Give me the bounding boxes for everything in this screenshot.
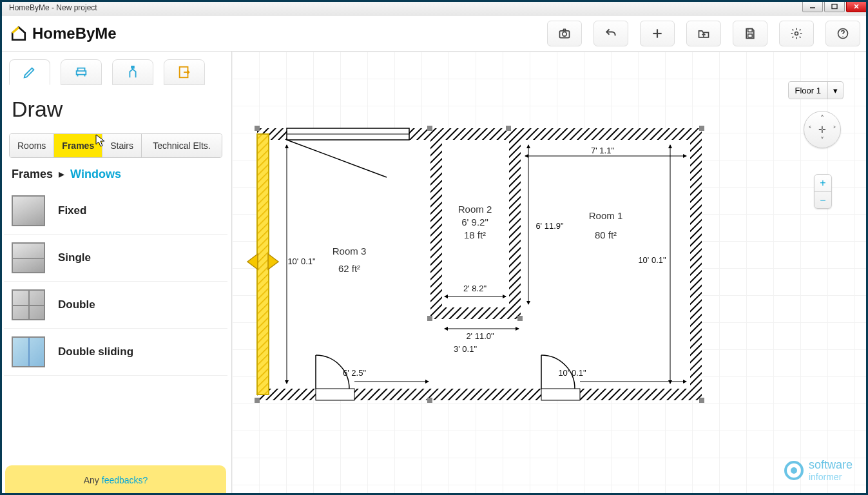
item-double-sliding[interactable]: Double sliding <box>4 329 227 376</box>
mode-tab-furnish[interactable] <box>61 59 102 85</box>
chevron-down-icon: ▾ <box>827 82 843 99</box>
watermark-icon <box>784 461 804 480</box>
dim-door-r1: 10' 0.1" <box>558 368 586 378</box>
item-single[interactable]: Single <box>4 235 227 282</box>
zoom-control: + − <box>814 174 832 209</box>
svg-rect-23 <box>430 307 521 319</box>
mode-tab-export[interactable] <box>164 59 205 85</box>
svg-rect-28 <box>316 389 354 400</box>
window-title: HomeByMe - New project <box>9 3 97 12</box>
item-label: Double <box>58 298 95 311</box>
breadcrumb-sep: ▸ <box>59 168 64 180</box>
room1-area: 80 ft² <box>595 229 617 240</box>
svg-point-10 <box>795 32 798 35</box>
zoom-in-button[interactable]: + <box>815 175 831 191</box>
app-toolbar: HomeByMe <box>0 15 868 52</box>
svg-rect-30 <box>541 389 580 400</box>
svg-rect-22 <box>509 128 521 319</box>
item-list: Fixed Single Double Double sliding <box>0 185 231 378</box>
pan-control[interactable]: ˄ ˅ ˂ ˃ ✛ <box>804 111 841 148</box>
floor-label: Floor 1 <box>789 86 827 95</box>
dim-mid2: 3' 0.1" <box>454 344 477 354</box>
settings-button[interactable] <box>779 21 814 46</box>
svg-rect-47 <box>427 316 432 321</box>
mode-tabs <box>0 52 231 85</box>
feedback-prefix: Any <box>84 475 99 485</box>
feedback-bar[interactable]: Any feedbacks? <box>5 465 226 495</box>
pan-center[interactable]: ✛ <box>818 124 826 135</box>
svg-rect-42 <box>506 126 511 131</box>
section-title: Draw <box>0 85 231 128</box>
breadcrumb-root[interactable]: Frames <box>12 168 53 180</box>
svg-rect-40 <box>255 126 260 131</box>
pan-right[interactable]: ˃ <box>833 125 836 134</box>
item-label: Double sliding <box>58 345 133 358</box>
item-label: Fixed <box>58 204 86 217</box>
window-close-button[interactable] <box>846 1 867 12</box>
item-double[interactable]: Double <box>4 282 227 329</box>
item-fixed[interactable]: Fixed <box>4 188 227 235</box>
mode-tab-draw[interactable] <box>9 59 50 85</box>
snapshot-button[interactable] <box>547 21 582 46</box>
dim-r2-bottom: 2' 8.2" <box>463 284 487 293</box>
svg-rect-1 <box>832 5 837 9</box>
selected-wall[interactable] <box>257 134 269 394</box>
svg-rect-9 <box>748 34 753 37</box>
feedback-link[interactable]: feedbacks? <box>102 475 148 485</box>
save-button[interactable] <box>733 21 767 46</box>
svg-point-5 <box>563 32 567 36</box>
room2-area: 18 ft² <box>464 229 486 240</box>
room2-width: 6' 9.2" <box>461 217 488 228</box>
svg-rect-44 <box>255 398 260 403</box>
room1-label: Room 1 <box>589 210 623 221</box>
room3-label: Room 3 <box>333 246 367 257</box>
svg-point-12 <box>842 36 843 37</box>
category-tabs: Rooms Frames Stairs Technical Elts. <box>9 133 222 158</box>
help-button[interactable] <box>825 21 860 46</box>
room3-area: 62 ft² <box>338 263 360 274</box>
zoom-out-button[interactable]: − <box>815 191 831 208</box>
svg-rect-46 <box>699 398 704 403</box>
watermark: software informer <box>784 458 853 482</box>
pan-left[interactable]: ˂ <box>808 125 812 134</box>
window-fixed-icon <box>12 195 45 226</box>
floorplan[interactable]: Room 3 62 ft² Room 2 6' 9.2" 18 ft² Room… <box>251 122 708 406</box>
window-double-icon <box>12 289 45 320</box>
cat-tab-frames[interactable]: Frames <box>54 134 102 157</box>
svg-rect-43 <box>699 126 704 131</box>
open-button[interactable] <box>686 21 721 46</box>
item-label: Single <box>58 251 91 264</box>
dim-mid1: 2' 11.0" <box>466 331 494 341</box>
pan-down[interactable]: ˅ <box>820 136 824 145</box>
svg-rect-8 <box>748 28 753 32</box>
room2-label: Room 2 <box>458 204 492 215</box>
pan-up[interactable]: ˄ <box>820 114 824 123</box>
breadcrumb-current[interactable]: Windows <box>70 168 121 180</box>
dim-r1-left: 6' 11.9" <box>535 221 564 231</box>
floor-selector[interactable]: Floor 1 ▾ <box>788 81 844 99</box>
svg-rect-21 <box>430 128 442 319</box>
sidebar: Draw Rooms Frames Stairs Technical Elts.… <box>0 52 232 495</box>
breadcrumb: Frames ▸ Windows <box>0 158 231 185</box>
dim-r1-right: 10' 0.1" <box>638 255 666 265</box>
add-button[interactable] <box>640 21 675 46</box>
svg-rect-45 <box>427 398 432 403</box>
brand-logo[interactable]: HomeByMe <box>10 24 117 43</box>
window-maximize-button[interactable] <box>824 1 845 12</box>
cat-tab-rooms[interactable]: Rooms <box>10 134 54 157</box>
svg-rect-41 <box>427 126 432 131</box>
dim-door-r3: 6' 2.5" <box>343 368 366 378</box>
window-titlebar: HomeByMe - New project <box>0 0 868 15</box>
dim-r1-top: 7' 1.1" <box>591 146 614 155</box>
svg-rect-20 <box>269 140 690 389</box>
cat-tab-stairs[interactable]: Stairs <box>102 134 142 157</box>
svg-rect-48 <box>517 316 523 321</box>
canvas[interactable]: Room 3 62 ft² Room 2 6' 9.2" 18 ft² Room… <box>232 52 868 495</box>
window-minimize-button[interactable] <box>802 1 823 12</box>
dim-r3-left: 10' 0.1" <box>287 257 316 266</box>
undo-button[interactable] <box>593 21 628 46</box>
window-double-sliding-icon <box>12 336 45 367</box>
cat-tab-technical[interactable]: Technical Elts. <box>142 134 222 157</box>
mode-tab-decorate[interactable] <box>112 59 153 85</box>
window-single-icon <box>12 242 45 273</box>
